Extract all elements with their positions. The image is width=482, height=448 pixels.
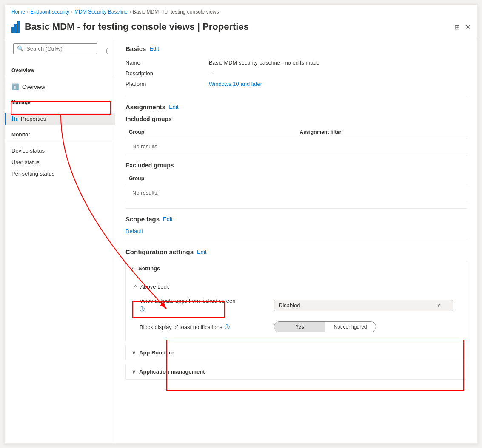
assignments-label: Assignments xyxy=(125,103,165,111)
sidebar-properties-label: Properties xyxy=(21,116,46,122)
voice-activate-control[interactable]: Disabled ∨ xyxy=(274,300,453,311)
app-mgmt-chevron-icon: ∨ xyxy=(132,369,136,375)
pin-icon[interactable]: ⊞ xyxy=(454,23,460,31)
settings-accordion-header[interactable]: ^ Settings xyxy=(126,261,467,276)
svg-rect-3 xyxy=(16,118,17,121)
sidebar-item-properties[interactable]: Properties xyxy=(5,113,115,125)
name-row: Name Basic MDM security baseline - no ed… xyxy=(125,57,467,68)
name-value: Basic MDM security baseline - no edits m… xyxy=(209,60,319,66)
scope-tags-edit-link[interactable]: Edit xyxy=(163,216,172,222)
block-display-toggle[interactable]: Yes Not configured xyxy=(274,321,376,332)
excluded-no-results: No results. xyxy=(129,187,162,198)
app-runtime-accordion: ∨ App Runtime xyxy=(125,345,467,360)
excluded-table-header: Group xyxy=(125,173,467,184)
sidebar-item-device-status[interactable]: Device status xyxy=(5,145,115,156)
app-mgmt-accordion: ∨ Application management xyxy=(125,364,467,380)
description-row: Description -- xyxy=(125,68,467,79)
close-icon[interactable]: ✕ xyxy=(465,23,471,31)
above-lock-header[interactable]: ^ Above Lock xyxy=(134,280,458,293)
platform-row: Platform Windows 10 and later xyxy=(125,79,467,89)
voice-activate-label: Voice activate apps from locked screen ⓘ xyxy=(140,298,267,313)
voice-activate-row: Voice activate apps from locked screen ⓘ… xyxy=(134,293,458,317)
app-mgmt-label: Application management xyxy=(139,369,205,375)
block-display-label: Block display of toast notifications ⓘ xyxy=(140,323,267,331)
app-runtime-accordion-header[interactable]: ∨ App Runtime xyxy=(126,345,467,360)
basics-header: Basics Edit xyxy=(125,45,467,52)
config-settings-label: Configuration settings xyxy=(125,248,194,255)
excluded-group-col-header: Group xyxy=(129,176,464,181)
collapse-button[interactable]: 《 xyxy=(102,48,108,55)
svg-rect-1 xyxy=(12,116,13,121)
included-no-results-row: No results. xyxy=(125,138,467,155)
sidebar-overview-label: Overview xyxy=(22,84,45,90)
scope-tags-header: Scope tags Edit xyxy=(125,215,467,223)
platform-link[interactable]: Windows 10 and later xyxy=(209,81,262,87)
name-label: Name xyxy=(125,60,202,66)
body-layout: 🔍 《 Overview ℹ️ Overview Manage xyxy=(5,38,477,443)
breadcrumb-home[interactable]: Home xyxy=(11,9,25,15)
scope-tags-label: Scope tags xyxy=(125,215,160,223)
sidebar-item-user-status[interactable]: User status xyxy=(5,156,115,168)
overview-section-label: Overview xyxy=(5,64,115,75)
header-actions: ⊞ ✕ xyxy=(454,23,471,31)
platform-label: Platform xyxy=(125,81,202,87)
breadcrumb-endpoint[interactable]: Endpoint security xyxy=(30,9,69,15)
manage-section-label: Manage xyxy=(5,96,115,107)
config-settings-edit-link[interactable]: Edit xyxy=(197,249,206,255)
basics-label: Basics xyxy=(125,45,146,52)
description-label: Description xyxy=(125,70,202,77)
toggle-yes-option[interactable]: Yes xyxy=(274,322,325,332)
dropdown-chevron-icon: ∨ xyxy=(437,302,441,308)
svg-rect-2 xyxy=(14,117,15,121)
block-display-control: Yes Not configured xyxy=(274,321,453,332)
included-groups-label: Included groups xyxy=(125,116,172,122)
search-input[interactable] xyxy=(26,45,93,52)
sidebar-per-setting-label: Per-setting status xyxy=(11,170,54,177)
app-mgmt-accordion-header[interactable]: ∨ Application management xyxy=(126,364,467,379)
breadcrumb-mdm[interactable]: MDM Security Baseline xyxy=(74,9,128,15)
sidebar-item-overview[interactable]: ℹ️ Overview xyxy=(5,81,115,93)
above-lock-label: Above Lock xyxy=(140,284,169,290)
settings-accordion-label: Settings xyxy=(138,265,160,272)
page-header: Basic MDM - for testing console views | … xyxy=(5,17,477,38)
sidebar-user-status-label: User status xyxy=(11,159,40,165)
excluded-no-results-row: No results. xyxy=(125,184,467,201)
block-display-row: Block display of toast notifications ⓘ Y… xyxy=(134,317,458,337)
settings-chevron-up-icon: ^ xyxy=(132,266,135,272)
breadcrumb-current: Basic MDM - for testing console views xyxy=(133,9,219,15)
basics-edit-link[interactable]: Edit xyxy=(149,45,159,52)
page-title: Basic MDM - for testing console views | … xyxy=(25,21,449,32)
assignments-edit-link[interactable]: Edit xyxy=(169,104,178,110)
toggle-not-configured-option[interactable]: Not configured xyxy=(325,322,376,332)
included-table-header: Group Assignment filter xyxy=(125,127,467,138)
app-runtime-label: App Runtime xyxy=(139,349,174,356)
group-col-header: Group xyxy=(129,129,293,135)
sidebar-item-per-setting-status[interactable]: Per-setting status xyxy=(5,168,115,179)
block-display-info-icon[interactable]: ⓘ xyxy=(225,323,230,331)
app-runtime-chevron-icon: ∨ xyxy=(132,350,136,356)
config-settings-header: Configuration settings Edit xyxy=(125,248,467,255)
voice-activate-value: Disabled xyxy=(279,302,300,309)
above-lock-chevron-up-icon: ^ xyxy=(134,284,137,290)
included-no-results: No results. xyxy=(129,141,162,152)
info-icon: ℹ️ xyxy=(11,83,19,90)
sidebar-device-status-label: Device status xyxy=(11,147,45,154)
search-icon: 🔍 xyxy=(17,45,24,52)
monitor-section-label: Monitor xyxy=(5,128,115,139)
included-groups-header: Included groups xyxy=(125,116,467,122)
assignments-header: Assignments Edit xyxy=(125,103,467,111)
assignment-filter-col-header: Assignment filter xyxy=(300,129,464,135)
platform-value: Windows 10 and later xyxy=(209,81,262,87)
excluded-groups-header: Excluded groups xyxy=(125,162,467,169)
description-value: -- xyxy=(209,70,213,77)
properties-icon xyxy=(11,115,17,122)
included-groups-table: Group Assignment filter No results. xyxy=(125,127,467,155)
bar-chart-icon xyxy=(11,21,20,33)
excluded-groups-table: Group No results. xyxy=(125,173,467,201)
main-content: Basics Edit Name Basic MDM security base… xyxy=(115,38,477,443)
voice-activate-dropdown[interactable]: Disabled ∨ xyxy=(274,300,453,311)
voice-activate-info-icon[interactable]: ⓘ xyxy=(140,306,267,313)
scope-tag-value: Default xyxy=(125,228,467,234)
search-box[interactable]: 🔍 xyxy=(13,43,97,54)
header-icon xyxy=(11,21,20,33)
